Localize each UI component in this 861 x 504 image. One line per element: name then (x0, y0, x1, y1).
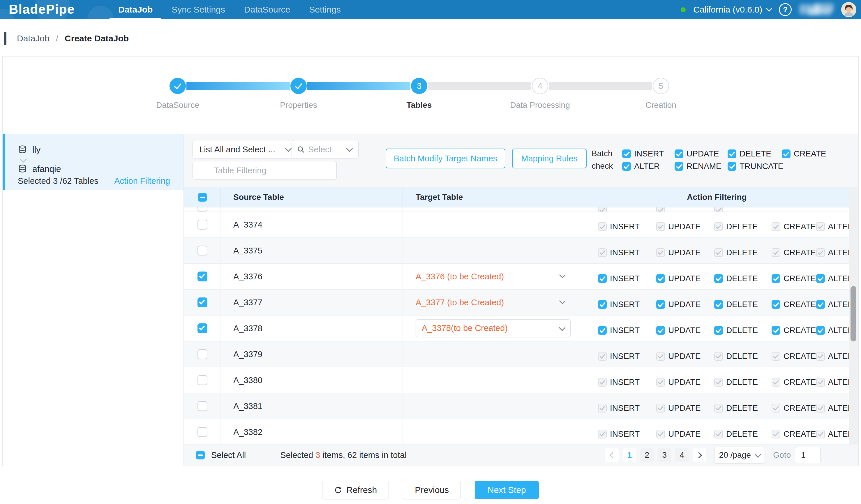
action-filtering-link[interactable]: Action Filtering (114, 176, 170, 186)
chevron-down-icon (285, 145, 292, 152)
breadcrumb-parent[interactable]: DataJob (17, 33, 50, 43)
action-checkbox-label: CREATE (783, 300, 816, 309)
row-checkbox[interactable] (197, 401, 207, 411)
row-checkbox[interactable] (197, 298, 207, 307)
refresh-button[interactable]: Refresh (322, 481, 389, 499)
action-checkbox-insert (598, 378, 607, 386)
row-checkbox[interactable] (197, 246, 207, 256)
action-checkbox-insert[interactable] (598, 274, 607, 283)
select-all-checkbox[interactable] (196, 451, 205, 460)
source-table-name: A_3376 (233, 272, 262, 282)
action-checkbox-alter[interactable] (816, 274, 825, 283)
nav-tab-settings[interactable]: Settings (300, 0, 349, 19)
action-checkbox-label: ALTER (828, 352, 850, 361)
row-checkbox[interactable] (197, 323, 207, 333)
step-circle-datasource (169, 78, 186, 94)
action-checkbox-create[interactable] (771, 326, 780, 335)
pagination-next-button[interactable] (693, 448, 706, 462)
action-checkbox-insert (598, 430, 607, 438)
row-checkbox[interactable] (197, 427, 207, 437)
search-icon (297, 145, 305, 154)
action-checkbox-insert[interactable] (598, 326, 607, 335)
action-checkbox-insert[interactable] (598, 300, 607, 309)
wizard-stepper: DataSourceProperties3Tables4Data Process… (3, 56, 858, 134)
region-selector[interactable]: California (v0.6.0) (693, 5, 771, 15)
action-checkbox-alter[interactable] (816, 326, 825, 335)
step-circle-data-processing: 4 (532, 78, 548, 94)
action-checkbox-alter[interactable] (816, 300, 825, 309)
batch-checkbox-rename[interactable] (674, 162, 683, 171)
row-checkbox[interactable] (197, 220, 207, 230)
pagination-pages: 1234 (623, 448, 688, 462)
action-checkbox-update[interactable] (656, 274, 665, 283)
source-database-name: lly (32, 145, 40, 155)
batch-checkbox-update[interactable] (674, 149, 683, 158)
table-row: A_3375INSERTUPDATEDELETECREATEALTERRENAM… (184, 238, 849, 264)
table-filter-input[interactable] (193, 161, 337, 180)
table-row-clipped (184, 207, 849, 212)
target-table-name[interactable]: A_3376 (to be Created) (416, 272, 504, 282)
row-checkbox[interactable] (197, 375, 207, 385)
pagination: 1234 20 /page Goto (605, 447, 821, 463)
batch-checkbox-delete[interactable] (728, 149, 736, 158)
action-checkbox-update (656, 404, 665, 412)
action-checkbox-label: INSERT (610, 378, 640, 387)
target-database-row: afanqie (18, 164, 61, 174)
batch-modify-target-names-button[interactable]: Batch Modify Target Names (386, 149, 505, 168)
row-checkbox[interactable] (197, 349, 207, 359)
header-select-checkbox[interactable] (198, 193, 207, 202)
batch-checkbox-label: DELETE (740, 149, 771, 159)
chevron-down-icon (346, 145, 353, 152)
action-checkbox-update[interactable] (656, 300, 665, 309)
action-checkbox-update[interactable] (656, 326, 665, 335)
action-checkbox-delete[interactable] (714, 300, 723, 309)
mapping-rules-button[interactable]: Mapping Rules (512, 149, 587, 168)
batch-check-group: INSERTUPDATEDELETECREATEALTERRENAMETRUNC… (622, 149, 826, 171)
action-checkbox-label: ALTER (828, 326, 850, 335)
batch-checkbox-create[interactable] (782, 149, 791, 158)
goto-page-input[interactable] (795, 447, 821, 463)
source-table-name: A_3381 (233, 401, 262, 411)
next-step-button[interactable]: Next Step (475, 481, 539, 499)
column-select[interactable]: Select (291, 140, 358, 159)
table-row: A_3374INSERTUPDATEDELETECREATEALTERRENAM… (184, 212, 849, 238)
vertical-scrollbar (849, 187, 858, 444)
action-checkbox-label: INSERT (610, 404, 640, 413)
app-logo[interactable]: BladePipe (9, 0, 75, 19)
batch-checkbox-truncate[interactable] (728, 162, 736, 171)
nav-tab-sync-settings[interactable]: Sync Settings (163, 0, 234, 19)
user-avatar[interactable] (841, 2, 856, 17)
nav-tab-datajob[interactable]: DataJob (110, 0, 161, 19)
action-checkbox-alter (816, 404, 825, 412)
step-circle-properties (290, 78, 307, 94)
target-table-select[interactable]: A_3378(to be Created) (416, 319, 571, 337)
action-checkbox-label: CREATE (783, 274, 816, 283)
pagination-page-1[interactable]: 1 (623, 448, 636, 462)
batch-checkbox-insert[interactable] (622, 149, 631, 158)
table-row: A_3376A_3376 (to be Created)INSERTUPDATE… (184, 264, 849, 289)
step-connector (187, 82, 290, 90)
page-size-select[interactable]: 20 /page (714, 447, 765, 463)
help-icon[interactable]: ? (779, 3, 792, 16)
action-checkbox-create[interactable] (771, 274, 780, 283)
target-table-name[interactable]: A_3377 (to be Created) (416, 298, 504, 307)
action-checkbox-create[interactable] (771, 300, 780, 309)
list-mode-select[interactable]: List All and Select ... (193, 140, 297, 159)
action-checkbox-label: DELETE (726, 222, 758, 231)
batch-checkbox-alter[interactable] (622, 162, 631, 171)
direction-chevron-icon (19, 155, 27, 163)
pagination-page-4[interactable]: 4 (675, 448, 688, 462)
table-body: A_3374INSERTUPDATEDELETECREATEALTERRENAM… (184, 207, 849, 444)
previous-button[interactable]: Previous (403, 481, 461, 499)
nav-tab-datasource[interactable]: DataSource (235, 0, 299, 19)
action-checkbox-delete[interactable] (714, 326, 723, 335)
source-table-name: A_3375 (233, 246, 262, 256)
action-checkbox-delete[interactable] (714, 274, 723, 283)
datasource-pair[interactable]: lly afanqie Selected 3 /62 Tables Action… (3, 134, 183, 190)
pagination-page-3[interactable]: 3 (658, 448, 671, 462)
selection-count-summary: Selected 3 items, 62 items in total (280, 450, 407, 460)
pagination-page-2[interactable]: 2 (640, 448, 654, 462)
scrollbar-thumb[interactable] (850, 286, 856, 341)
batch-checkbox-label: CREATE (794, 149, 826, 159)
row-checkbox[interactable] (197, 272, 207, 282)
